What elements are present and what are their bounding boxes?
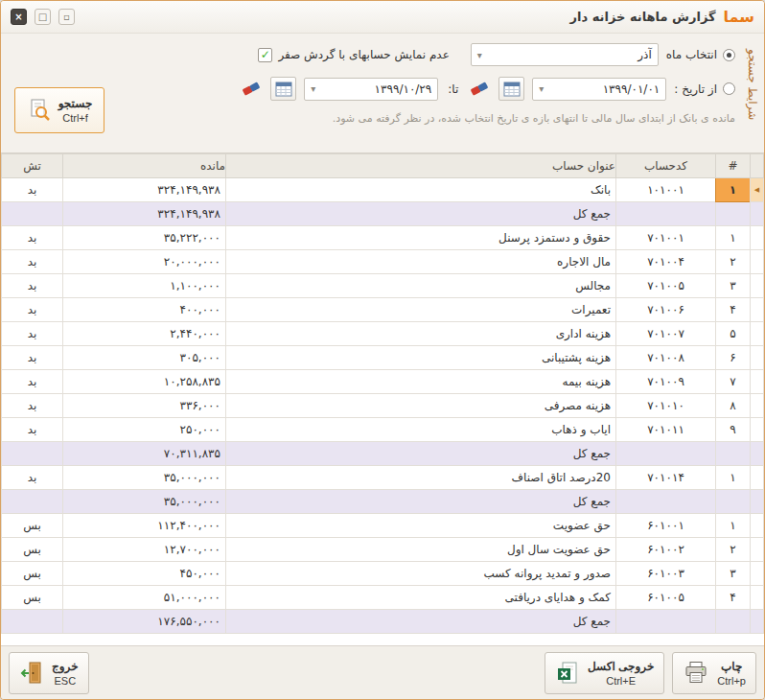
to-date-clear-button[interactable] <box>240 78 263 101</box>
tash-cell[interactable]: بد <box>2 298 63 322</box>
account-title-cell[interactable]: هزینه اداری <box>226 322 616 346</box>
tash-cell[interactable]: بس <box>2 586 63 610</box>
tash-cell[interactable] <box>2 610 63 634</box>
row-selector-cell[interactable] <box>751 346 764 370</box>
row-number-cell[interactable]: ۸ <box>716 394 751 418</box>
from-date-clear-button[interactable] <box>468 78 491 101</box>
account-code-cell[interactable]: ۶۰۱۰۰۳ <box>616 562 716 586</box>
row-number-cell[interactable]: ۳ <box>716 562 751 586</box>
row-selector-cell[interactable] <box>751 610 764 634</box>
row-number-cell[interactable] <box>716 442 751 466</box>
chevron-down-icon[interactable]: ▾ <box>539 83 544 94</box>
excel-export-button[interactable]: خروجی اکسل Ctrl+E <box>545 652 664 694</box>
tash-cell[interactable]: بد <box>2 226 63 250</box>
tash-cell[interactable]: بد <box>2 394 63 418</box>
account-code-cell[interactable]: ۷۰۱۰۱۱ <box>616 418 716 442</box>
balance-cell[interactable]: ۷۰,۳۱۱,۸۳۵ <box>63 442 226 466</box>
tash-cell[interactable]: بد <box>2 178 63 202</box>
row-number-cell[interactable]: ۱ <box>716 226 751 250</box>
account-title-cell[interactable]: جمع کل <box>226 202 616 226</box>
account-row[interactable]: ۳۶۰۱۰۰۳صدور و تمدید پروانه کسب۴۵۰,۰۰۰بس <box>2 562 764 586</box>
account-row[interactable]: ۲۷۰۱۰۰۴مال الاجاره۲۰,۰۰۰,۰۰۰بد <box>2 250 764 274</box>
account-title-cell[interactable]: مجالس <box>226 274 616 298</box>
row-number-cell[interactable] <box>716 490 751 514</box>
account-row[interactable]: ۲۶۰۱۰۰۲حق عضویت سال اول۱۲,۷۰۰,۰۰۰بس <box>2 538 764 562</box>
row-selector-cell[interactable] <box>751 274 764 298</box>
account-code-cell[interactable]: ۶۰۱۰۰۲ <box>616 538 716 562</box>
month-radio[interactable]: انتخاب ماه <box>666 48 735 61</box>
row-selector-cell[interactable] <box>751 490 764 514</box>
account-code-cell[interactable] <box>616 442 716 466</box>
balance-cell[interactable]: ۳۳۶,۰۰۰ <box>63 394 226 418</box>
row-selector-cell[interactable] <box>751 586 764 610</box>
row-selector-cell[interactable] <box>751 250 764 274</box>
header-balance[interactable]: مانده <box>63 154 226 178</box>
total-row[interactable]: جمع کل۳۲۴,۱۴۹,۹۳۸ <box>2 202 764 226</box>
total-row[interactable]: جمع کل۳۵,۰۰۰,۰۰۰ <box>2 490 764 514</box>
account-code-cell[interactable]: ۷۰۱۰۱۴ <box>616 466 716 490</box>
account-title-cell[interactable]: حق عضویت سال اول <box>226 538 616 562</box>
account-row[interactable]: ۱۷۰۱۰۰۱حقوق و دستمزد پرسنل۳۵,۲۲۲,۰۰۰بد <box>2 226 764 250</box>
row-number-cell[interactable]: ۱ <box>716 466 751 490</box>
row-selector-cell[interactable] <box>751 418 764 442</box>
tash-cell[interactable] <box>2 490 63 514</box>
account-row[interactable]: ۶۷۰۱۰۰۸هزینه پشتیبانی۳۰۵,۰۰۰بد <box>2 346 764 370</box>
account-row[interactable]: ۷۷۰۱۰۰۹هزینه بیمه۱۰,۲۵۸,۸۳۵بد <box>2 370 764 394</box>
account-title-cell[interactable]: هزینه بیمه <box>226 370 616 394</box>
row-number-cell[interactable]: ۲ <box>716 250 751 274</box>
tash-cell[interactable]: بد <box>2 274 63 298</box>
balance-cell[interactable]: ۱۲,۷۰۰,۰۰۰ <box>63 538 226 562</box>
row-number-cell[interactable]: ۶ <box>716 346 751 370</box>
header-row-number[interactable]: # <box>716 154 751 178</box>
balance-cell[interactable]: ۳۵,۰۰۰,۰۰۰ <box>63 490 226 514</box>
account-code-cell[interactable]: ۷۰۱۰۰۸ <box>616 346 716 370</box>
account-code-cell[interactable]: ۷۰۱۰۱۰ <box>616 394 716 418</box>
account-code-cell[interactable]: ۷۰۱۰۰۱ <box>616 226 716 250</box>
row-selector-cell[interactable]: ◀ <box>751 178 764 202</box>
radio-unselected-icon[interactable] <box>723 82 735 95</box>
to-date-combobox[interactable]: ۱۳۹۹/۱۰/۲۹ ▾ <box>304 78 438 101</box>
row-number-cell[interactable]: ۴ <box>716 586 751 610</box>
row-selector-cell[interactable] <box>751 562 764 586</box>
header-account-code[interactable]: کدحساب <box>616 154 716 178</box>
from-date-combobox[interactable]: ۱۳۹۹/۰۱/۰۱ ▾ <box>532 78 666 101</box>
to-date-calendar-button[interactable] <box>270 77 296 101</box>
date-range-radio[interactable]: از تاریخ : <box>674 82 735 96</box>
account-title-cell[interactable]: جمع کل <box>226 610 616 634</box>
balance-cell[interactable]: ۱۷۶,۵۵۰,۰۰۰ <box>63 610 226 634</box>
account-row[interactable]: ۴۷۰۱۰۰۶تعمیرات۴۰۰,۰۰۰بد <box>2 298 764 322</box>
account-title-cell[interactable]: کمک و هدایای دریافتی <box>226 586 616 610</box>
total-row[interactable]: جمع کل۷۰,۳۱۱,۸۳۵ <box>2 442 764 466</box>
row-number-cell[interactable]: ۹ <box>716 418 751 442</box>
close-icon[interactable]: × <box>11 9 27 25</box>
account-code-cell[interactable]: ۷۰۱۰۰۶ <box>616 298 716 322</box>
account-code-cell[interactable]: ۷۰۱۰۰۷ <box>616 322 716 346</box>
account-title-cell[interactable]: صدور و تمدید پروانه کسب <box>226 562 616 586</box>
checkbox-checked-icon[interactable]: ✓ <box>258 48 272 62</box>
balance-cell[interactable]: ۳۲۴,۱۴۹,۹۳۸ <box>63 178 226 202</box>
radio-selected-icon[interactable] <box>723 49 735 61</box>
account-row[interactable]: ◀۱۱۰۱۰۰۱بانک۳۲۴,۱۴۹,۹۳۸بد <box>2 178 764 202</box>
tash-cell[interactable] <box>2 202 63 226</box>
account-title-cell[interactable]: هزینه پشتیبانی <box>226 346 616 370</box>
balance-cell[interactable]: ۴۵۰,۰۰۰ <box>63 562 226 586</box>
total-row[interactable]: جمع کل۱۷۶,۵۵۰,۰۰۰ <box>2 610 764 634</box>
account-title-cell[interactable]: جمع کل <box>226 490 616 514</box>
account-title-cell[interactable]: حق عضویت <box>226 514 616 538</box>
restore-icon[interactable]: □ <box>35 9 51 25</box>
balance-cell[interactable]: ۱,۱۰۰,۰۰۰ <box>63 274 226 298</box>
row-number-cell[interactable]: ۱ <box>716 178 751 202</box>
account-code-cell[interactable]: ۶۰۱۰۰۵ <box>616 586 716 610</box>
balance-cell[interactable]: ۲۰,۰۰۰,۰۰۰ <box>63 250 226 274</box>
minimize-icon[interactable]: ▫ <box>58 9 75 25</box>
account-row[interactable]: ۸۷۰۱۰۱۰هزینه مصرفی۳۳۶,۰۰۰بد <box>2 394 764 418</box>
row-number-cell[interactable]: ۱ <box>716 514 751 538</box>
hide-zero-checkbox[interactable]: عدم نمایش حسابهای با گردش صفر ✓ <box>258 48 449 62</box>
balance-cell[interactable]: ۴۰۰,۰۰۰ <box>63 298 226 322</box>
row-number-cell[interactable]: ۵ <box>716 322 751 346</box>
balance-cell[interactable]: ۳۵,۰۰۰,۰۰۰ <box>63 466 226 490</box>
account-row[interactable]: ۹۷۰۱۰۱۱ایاب و ذهاب۲۵۰,۰۰۰بد <box>2 418 764 442</box>
row-selector-cell[interactable] <box>751 226 764 250</box>
from-date-calendar-button[interactable] <box>498 77 524 101</box>
row-selector-cell[interactable] <box>751 370 764 394</box>
